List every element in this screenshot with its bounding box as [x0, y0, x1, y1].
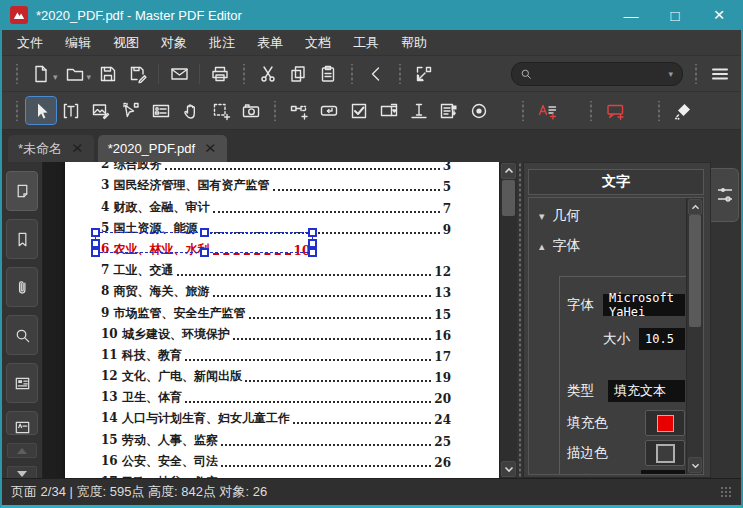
line-width-label: 线宽 [567, 472, 594, 475]
toc-row: 9 市场监管、安全生产监管 15 [65, 302, 501, 323]
section-font[interactable]: ▴ 字体 [539, 237, 581, 255]
select-region-button[interactable] [206, 97, 236, 124]
save-button[interactable] [93, 60, 123, 87]
document-tab[interactable]: *未命名 ✕ [8, 135, 94, 162]
new-document-button[interactable] [26, 60, 56, 87]
button-field-button[interactable] [314, 97, 344, 124]
menu-item[interactable]: 工具 [342, 30, 390, 55]
scrollbar-thumb[interactable] [502, 180, 515, 216]
search-dropdown-icon[interactable]: ▾ [668, 69, 673, 79]
menu-item[interactable]: 文档 [294, 30, 342, 55]
toolbar-grip[interactable] [693, 64, 699, 84]
toolbar-grip[interactable] [656, 101, 662, 121]
tab-close-icon[interactable]: ✕ [204, 142, 217, 156]
panel-scrollbar-thumb[interactable] [689, 215, 701, 327]
menu-item[interactable]: 表单 [246, 30, 294, 55]
print-button[interactable] [205, 60, 235, 87]
document-tab[interactable]: *2020_PDF.pdf ✕ [98, 135, 227, 162]
toolbar-grip[interactable] [14, 64, 20, 84]
open-file-button[interactable] [60, 60, 90, 87]
link-fields-button[interactable] [284, 97, 314, 124]
selection-handle[interactable] [200, 228, 209, 237]
line-width-field[interactable]: 1 [641, 470, 685, 475]
fill-color-button[interactable] [645, 410, 685, 436]
edit-image-button[interactable] [86, 97, 116, 124]
paste-button[interactable] [313, 60, 343, 87]
text-field-button[interactable] [404, 97, 434, 124]
edit-forms-button[interactable] [146, 97, 176, 124]
menu-item[interactable]: 对象 [150, 30, 198, 55]
tab-close-icon[interactable]: ✕ [71, 142, 84, 156]
close-button[interactable]: × [697, 0, 741, 30]
toolbar-grip[interactable] [349, 64, 355, 84]
search-input[interactable] [537, 66, 667, 82]
save-as-button[interactable] [123, 60, 153, 87]
toolbar-grip[interactable] [588, 101, 594, 121]
radio-field-button[interactable] [464, 97, 494, 124]
font-size-field[interactable]: 10.5 [639, 328, 685, 350]
edit-path-button[interactable] [116, 97, 146, 124]
scroll-up-arrow[interactable] [501, 163, 516, 179]
checkbox-field-button[interactable] [344, 97, 374, 124]
back-button[interactable] [361, 60, 391, 87]
scroll-down-arrow[interactable] [501, 461, 516, 477]
main-area: 2 综合政务 3 3 国民经济管理、国有资产监管 5 4 财政、金融、审计 7 [2, 162, 741, 478]
font-name-field[interactable]: Microsoft YaHei [603, 294, 685, 316]
toolbar-grip[interactable] [241, 64, 247, 84]
cut-button[interactable] [253, 60, 283, 87]
toolbar-grip[interactable] [14, 101, 20, 121]
selection-handle[interactable] [91, 228, 100, 237]
edit-text-button[interactable] [56, 97, 86, 124]
selection-handle[interactable] [200, 248, 209, 257]
menu-item[interactable]: 编辑 [54, 30, 102, 55]
copy-button[interactable] [283, 60, 313, 87]
type-label: 类型 [567, 382, 594, 400]
selection-handle[interactable] [91, 239, 100, 248]
toolbar-grip[interactable] [272, 101, 278, 121]
attachments-button[interactable] [6, 267, 38, 307]
signatures-button[interactable] [6, 411, 38, 435]
panel-scrollbar[interactable] [686, 198, 703, 474]
properties-toggle-tab[interactable] [711, 168, 739, 222]
menu-item[interactable]: 批注 [198, 30, 246, 55]
search-panel-button[interactable] [6, 315, 38, 355]
toolbar-grip[interactable] [520, 101, 526, 121]
hand-tool-button[interactable] [176, 97, 206, 124]
toolbar-grip[interactable] [397, 64, 403, 84]
minimize-button[interactable]: — [609, 0, 653, 30]
main-menu-button[interactable] [705, 60, 735, 87]
screenshot-button[interactable] [236, 97, 266, 124]
selection-handle[interactable] [91, 248, 100, 257]
selection-box[interactable] [95, 232, 313, 253]
form-fields-button[interactable] [6, 363, 38, 403]
section-geometry[interactable]: ▾ 几何 [539, 207, 581, 225]
fit-selection-button[interactable] [409, 60, 439, 87]
select-tool-button[interactable] [26, 97, 56, 124]
page-thumbnails-button[interactable] [6, 171, 38, 211]
resize-grip[interactable] [720, 486, 732, 498]
send-email-button[interactable] [164, 60, 194, 87]
new-document-dropdown-icon[interactable]: ▾ [53, 72, 58, 82]
panel-scroll-down-arrow[interactable] [688, 457, 702, 473]
selection-handle[interactable] [308, 239, 317, 248]
menu-item[interactable]: 帮助 [390, 30, 438, 55]
document-scrollbar[interactable] [499, 162, 517, 478]
listbox-field-button[interactable] [434, 97, 464, 124]
panel-scroll-up-arrow[interactable] [688, 199, 702, 215]
highlighter-button[interactable] [668, 97, 698, 124]
type-dropdown[interactable]: 填充文本 [608, 380, 685, 402]
menu-item[interactable]: 视图 [102, 30, 150, 55]
selection-handle[interactable] [308, 228, 317, 237]
add-callout-button[interactable] [600, 97, 630, 124]
toc-row: 4 财政、金融、审计 7 [65, 196, 501, 217]
sidebar-scroll-up-button[interactable] [7, 443, 37, 458]
add-text-annotation-button[interactable] [532, 97, 562, 124]
stroke-color-button[interactable] [645, 440, 685, 466]
toc-page-number: 16 [434, 329, 451, 343]
combobox-field-button[interactable] [374, 97, 404, 124]
selection-handle[interactable] [308, 248, 317, 257]
bookmarks-button[interactable] [6, 219, 38, 259]
maximize-button[interactable]: □ [653, 0, 697, 30]
menu-item[interactable]: 文件 [6, 30, 54, 55]
open-file-dropdown-icon[interactable]: ▾ [87, 72, 92, 82]
